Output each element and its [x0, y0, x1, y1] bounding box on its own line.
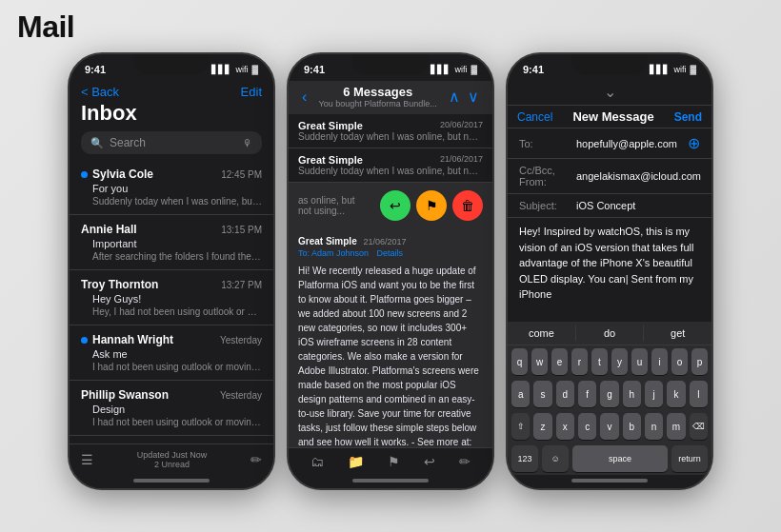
thread-preview-1: Suddenly today when I was online, but no…: [298, 131, 483, 142]
key-n[interactable]: n: [645, 413, 663, 440]
compose-to-field[interactable]: To: hopefully@apple.com ⊕: [508, 128, 711, 159]
mail-preview-4: I had not been using outlook or moving a…: [92, 362, 262, 372]
key-g[interactable]: g: [600, 381, 618, 407]
key-d[interactable]: d: [556, 381, 574, 407]
phone-thread: 9:41 ▋▋▋ wifi ▓ ‹ 6 Messages You bough: [287, 52, 494, 490]
key-x[interactable]: x: [556, 413, 574, 440]
phone-2-inner: 9:41 ▋▋▋ wifi ▓ ‹ 6 Messages You bough: [289, 54, 492, 488]
key-p[interactable]: p: [691, 348, 708, 375]
up-chevron[interactable]: ∧: [449, 88, 460, 106]
mail-item-4[interactable]: Hannah Wright Yesterday Ask me I had not…: [70, 325, 273, 381]
cancel-button[interactable]: Cancel: [517, 110, 552, 124]
unread-dot-1: [81, 171, 88, 178]
compose-ccbcc-field[interactable]: Cc/Bcc, From: angelakismax@icloud.com: [508, 159, 711, 194]
key-v[interactable]: v: [600, 413, 618, 440]
email-details[interactable]: To: Adam Johnson Details: [298, 248, 483, 258]
suggest-3[interactable]: get: [644, 325, 711, 341]
key-s[interactable]: s: [533, 381, 551, 407]
mail-item-1-header: Sylvia Cole 12:45 PM: [81, 167, 262, 181]
wifi-icon-3: wifi: [673, 65, 686, 74]
subject-value[interactable]: iOS Concept: [576, 200, 700, 211]
subject-label: Subject:: [519, 200, 576, 211]
reply-icon[interactable]: ↩: [424, 454, 435, 469]
shift-key[interactable]: ⇧: [511, 413, 530, 440]
edit-button[interactable]: Edit: [241, 85, 262, 99]
mail-item-3[interactable]: Troy Thornton 13:27 PM Hey Guys! Hey, I …: [70, 270, 273, 325]
add-recipient-icon[interactable]: ⊕: [688, 134, 700, 152]
mail-preview-2: After searching the folders I found the …: [92, 251, 262, 262]
thread-chevrons: ∧ ∨: [449, 88, 479, 106]
key-m[interactable]: m: [667, 413, 685, 440]
key-w[interactable]: w: [531, 348, 548, 375]
key-k[interactable]: k: [667, 381, 685, 407]
compose-subject-field[interactable]: Subject: iOS Concept: [508, 194, 711, 218]
key-e[interactable]: e: [551, 348, 568, 375]
flag-button[interactable]: ⚑: [416, 190, 447, 221]
page-background: Mail 9:41 ▋▋▋ wifi ▓ < Back: [0, 0, 781, 532]
key-q[interactable]: q: [511, 348, 528, 375]
suggest-1[interactable]: come: [508, 325, 576, 341]
suggest-2[interactable]: do: [576, 325, 645, 341]
trash-button[interactable]: 🗑: [452, 190, 483, 221]
search-bar[interactable]: 🔍 Search 🎙: [81, 131, 262, 154]
mail-preview-3: Hey, I had not been using outlook or mov…: [92, 306, 262, 317]
down-chevron[interactable]: ∨: [468, 88, 479, 106]
keyboard: come do get q w e r t y u i: [508, 322, 711, 475]
home-indicator-1: [133, 479, 210, 483]
back-icon-2[interactable]: ‹: [302, 89, 307, 106]
key-z[interactable]: z: [533, 413, 551, 440]
thread-item-1[interactable]: Great Simple 20/06/2017 Suddenly today w…: [289, 114, 492, 148]
key-f[interactable]: f: [578, 381, 596, 407]
thread-item-2[interactable]: Great Simple 21/06/2017 Suddenly today w…: [289, 148, 492, 183]
signal-icon-2: ▋▋▋: [431, 65, 451, 74]
folder-icon[interactable]: ☰: [81, 452, 93, 467]
delete-key[interactable]: ⌫: [690, 413, 708, 440]
return-key[interactable]: return: [671, 445, 708, 472]
back-button[interactable]: < Back: [81, 85, 119, 99]
search-input[interactable]: Search: [110, 136, 237, 149]
compose-body-text[interactable]: Hey! Inspired by watchOS, this is my vis…: [519, 224, 700, 303]
move-icon[interactable]: 📁: [348, 454, 364, 469]
key-j[interactable]: j: [645, 381, 663, 407]
key-h[interactable]: h: [623, 381, 641, 407]
flag-icon[interactable]: ⚑: [388, 454, 400, 469]
archive-icon[interactable]: 🗂: [310, 454, 324, 469]
compose-title: New Message: [572, 109, 653, 124]
mail-item-1[interactable]: Sylvia Cole 12:45 PM For you Suddenly to…: [70, 160, 273, 215]
thread-preview-2: Suddenly today when I was online, but no…: [298, 166, 483, 176]
send-button[interactable]: Send: [674, 110, 702, 124]
reply-button[interactable]: ↩: [380, 190, 411, 221]
battery-icon-3: ▓: [690, 65, 696, 74]
mail-item-2[interactable]: Annie Hall 13:15 PM Important After sear…: [70, 215, 273, 270]
email-from: Great Simple 21/06/2017: [298, 236, 483, 246]
numbers-key[interactable]: 123: [511, 445, 538, 472]
mic-icon: 🎙: [243, 138, 252, 148]
key-l[interactable]: l: [690, 381, 708, 407]
key-r[interactable]: r: [571, 348, 588, 375]
key-y[interactable]: y: [611, 348, 628, 375]
key-a[interactable]: a: [511, 381, 530, 407]
to-value[interactable]: hopefully@apple.com: [576, 138, 688, 149]
email-footer-bar: 🗂 📁 ⚑ ↩ ✏: [289, 447, 492, 475]
key-i[interactable]: i: [651, 348, 668, 375]
mail-sender-4: Hannah Wright: [81, 333, 173, 346]
key-t[interactable]: t: [591, 348, 608, 375]
key-b[interactable]: b: [623, 413, 641, 440]
status-icons-3: ▋▋▋ wifi ▓: [650, 65, 696, 74]
mail-preview-1: Suddenly today when I was online, but no…: [92, 196, 262, 207]
status-icons-2: ▋▋▋ wifi ▓: [431, 65, 477, 74]
compose-body[interactable]: Hey! Inspired by watchOS, this is my vis…: [508, 218, 711, 322]
compose-icon[interactable]: ✏: [250, 452, 262, 467]
key-o[interactable]: o: [671, 348, 688, 375]
key-c[interactable]: c: [578, 413, 596, 440]
thread-sender-2: Great Simple: [298, 154, 363, 166]
compose-icon-2[interactable]: ✏: [459, 454, 471, 469]
mail-item-5-header: Phillip Swanson Yesterday: [81, 388, 262, 402]
thread-nav: ‹ 6 Messages You bought Platforma Bundle…: [298, 85, 483, 108]
emoji-key[interactable]: ☺: [542, 445, 569, 472]
space-key[interactable]: space: [572, 445, 668, 472]
key-u[interactable]: u: [631, 348, 648, 375]
mail-preview-5: I had not been using outlook or moving a…: [92, 417, 262, 427]
mail-item-5[interactable]: Phillip Swanson Yesterday Design I had n…: [70, 381, 273, 436]
ccbcc-value[interactable]: angelakismax@icloud.com: [576, 170, 701, 182]
